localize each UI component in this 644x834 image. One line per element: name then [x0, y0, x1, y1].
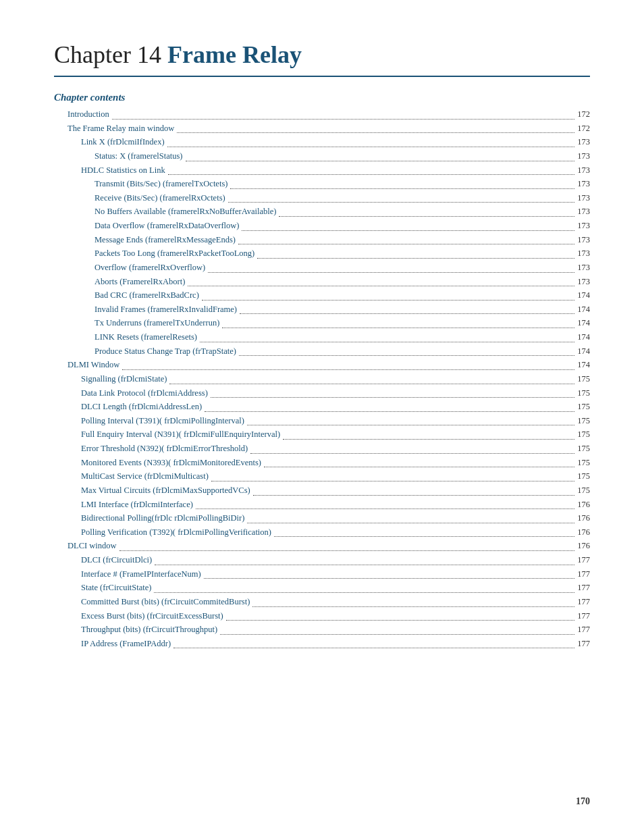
toc-label: DLCI Length (frDlcmiAddressLen) [81, 400, 202, 414]
toc-dots [211, 469, 574, 481]
toc-item: DLCI (frCircuitDlci) 177 [54, 553, 590, 567]
toc-dots [242, 219, 574, 231]
toc-item: Tx Underruns (framerelTxUnderrun) 174 [54, 316, 590, 330]
toc-label: Data Overflow (framerelRxDataOverflow) [95, 219, 239, 233]
toc-item: Link X (frDlcmiIfIndex) 173 [54, 135, 590, 149]
toc-dots [247, 511, 574, 523]
toc-label: Interface # (FrameIPInterfaceNum) [81, 567, 201, 581]
toc-page: 174 [577, 358, 590, 372]
toc-label: Max Virtual Circuits (frDlcmiMaxSupporte… [81, 484, 250, 498]
toc-label: Polling Verification (T392)( frDlcmiPoll… [81, 525, 271, 540]
toc-page: 173 [577, 275, 590, 289]
toc-page: 172 [577, 122, 590, 136]
toc-label: Packets Too Long (framerelRxPacketTooLon… [95, 246, 254, 261]
toc-page: 175 [577, 372, 590, 386]
toc-item: DLCI window176 [54, 539, 590, 553]
toc-label: LINK Resets (framerelResets) [95, 330, 197, 344]
toc-label: Bidirectional Polling(frDlc rDlcmiPollin… [81, 511, 244, 525]
toc-label: No Buffers Available (framerelRxNoBuffer… [95, 205, 276, 219]
toc-page: 174 [577, 330, 590, 344]
toc-page: 173 [577, 177, 590, 191]
toc-item: LINK Resets (framerelResets) 174 [54, 330, 590, 344]
toc-label: Invalid Frames (framerelRxInvalidFrame) [95, 303, 237, 317]
toc-item: Message Ends (framerelRxMessageEnds) 173 [54, 233, 590, 247]
toc-item: DLCI Length (frDlcmiAddressLen) 175 [54, 400, 590, 414]
toc-page: 177 [577, 595, 590, 609]
toc-label: HDLC Statistics on Link [81, 163, 165, 178]
toc-page: 177 [577, 581, 590, 595]
toc-page: 176 [577, 539, 590, 553]
toc-dots [220, 623, 574, 635]
toc-dots [205, 400, 574, 412]
toc-page: 176 [577, 511, 590, 525]
toc-page: 177 [577, 637, 590, 651]
toc-page: 173 [577, 191, 590, 205]
toc-item: MultiCast Service (frDlcmiMulticast) 175 [54, 469, 590, 484]
toc-page: 173 [577, 261, 590, 275]
toc-dots [222, 316, 574, 328]
toc-item: Overflow (framerelRxOverflow) 173 [54, 261, 590, 275]
toc-dots [239, 344, 574, 357]
toc-dots [226, 609, 575, 621]
toc-item: Excess Burst (bits) (frCircuitExcessBurs… [54, 609, 590, 623]
toc-dots [274, 525, 574, 538]
toc-dots [230, 177, 574, 189]
toc-dots [155, 553, 574, 565]
toc-label: Link X (frDlcmiIfIndex) [81, 135, 165, 149]
toc-item: IP Address (FrameIPAddr) 177 [54, 637, 590, 651]
toc-dots [238, 233, 574, 245]
toc-label: Produce Status Change Trap (frTrapState) [95, 344, 236, 359]
toc-label: Overflow (framerelRxOverflow) [95, 261, 205, 275]
toc-item: Committed Burst (bits) (frCircuitCommite… [54, 595, 590, 609]
toc-item: Transmit (Bits/Sec) (framerelTxOctets) 1… [54, 177, 590, 191]
toc-item: Signalling (frDlcmiState) 175 [54, 372, 590, 386]
toc-item: Polling Verification (T392)( frDlcmiPoll… [54, 525, 590, 540]
toc-label: LMI Interface (frDlcmiInterface) [81, 498, 193, 512]
toc-dots [186, 149, 575, 161]
toc-item: Error Threshold (N392)( frDlcmiErrorThre… [54, 442, 590, 456]
toc-item: State (frCircuitState) 177 [54, 581, 590, 595]
toc-item: Data Link Protocol (frDlcmiAddress) 175 [54, 386, 590, 400]
toc-label: Introduction [68, 107, 109, 122]
toc-dots [250, 442, 574, 454]
toc-page: 177 [577, 567, 590, 581]
toc-dots [211, 386, 574, 398]
toc-item: Data Overflow (framerelRxDataOverflow) 1… [54, 219, 590, 233]
toc-dots [247, 414, 574, 426]
toc-dots [279, 205, 574, 217]
toc-item: Packets Too Long (framerelRxPacketTooLon… [54, 246, 590, 261]
toc-label: Transmit (Bits/Sec) (framerelTxOctets) [95, 177, 227, 191]
toc-page: 174 [577, 288, 590, 303]
toc-item: No Buffers Available (framerelRxNoBuffer… [54, 205, 590, 219]
toc-page: 174 [577, 344, 590, 359]
toc-container: Introduction172The Frame Relay main wind… [54, 107, 590, 650]
toc-label: Message Ends (framerelRxMessageEnds) [95, 233, 236, 247]
toc-dots [264, 456, 574, 468]
toc-page: 175 [577, 414, 590, 428]
toc-dots [188, 275, 574, 287]
toc-item: Bidirectional Polling(frDlc rDlcmiPollin… [54, 511, 590, 525]
toc-item: Interface # (FrameIPInterfaceNum) 177 [54, 567, 590, 581]
page-number: 170 [576, 796, 590, 807]
chapter-title-bold: Frame Relay [167, 41, 302, 68]
toc-dots [119, 539, 575, 551]
toc-dots [208, 261, 574, 273]
toc-item: LMI Interface (frDlcmiInterface) 176 [54, 498, 590, 512]
toc-item: Introduction172 [54, 107, 590, 122]
toc-dots [252, 595, 574, 607]
chapter-contents-label: Chapter contents [54, 92, 590, 103]
toc-label: Excess Burst (bits) (frCircuitExcessBurs… [81, 609, 223, 623]
toc-item: Max Virtual Circuits (frDlcmiMaxSupporte… [54, 484, 590, 498]
toc-item: Status: X (framerelStatus) 173 [54, 149, 590, 163]
toc-page: 175 [577, 442, 590, 456]
toc-label: DLCI (frCircuitDlci) [81, 553, 152, 567]
toc-page: 173 [577, 163, 590, 178]
toc-page: 175 [577, 469, 590, 484]
toc-label: Aborts (FramerelRxAbort) [95, 275, 185, 289]
chapter-prefix: Chapter 14 [54, 41, 167, 68]
toc-dots [202, 288, 574, 301]
toc-dots [240, 303, 574, 315]
toc-dots [177, 122, 574, 134]
toc-page: 175 [577, 427, 590, 442]
toc-item: Produce Status Change Trap (frTrapState)… [54, 344, 590, 359]
